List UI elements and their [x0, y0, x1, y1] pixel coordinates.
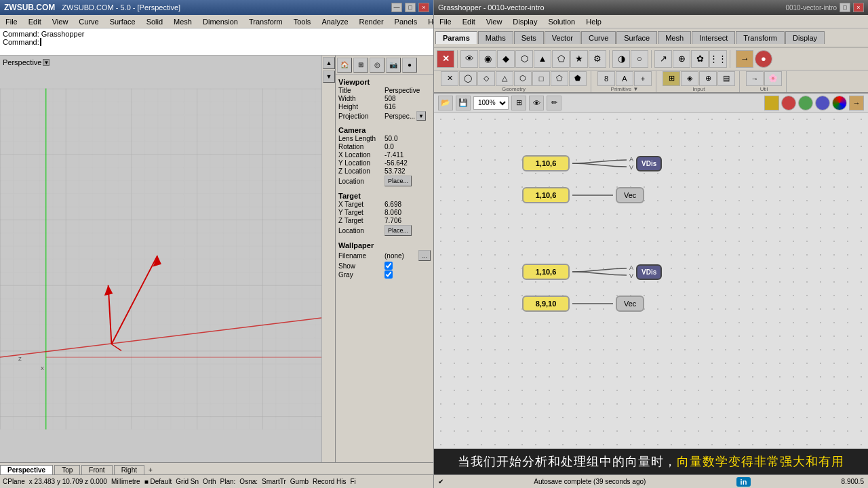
gh-action-fit-button[interactable]: ⊞: [511, 96, 526, 110]
gh-icon-circle[interactable]: ◉: [479, 50, 496, 68]
gh-action-pencil-button[interactable]: ✏: [547, 96, 561, 110]
gh-sub-icon-5[interactable]: ⬡: [514, 71, 532, 86]
rhino-close-button[interactable]: ×: [418, 3, 429, 12]
gh-vec-box-1[interactable]: Vec: [616, 187, 644, 203]
gh-menu-file[interactable]: File: [434, 16, 457, 27]
gh-sub-icon-i2[interactable]: ◈: [681, 71, 698, 86]
gh-tab-vector[interactable]: Vector: [545, 31, 580, 44]
gh-icon-sphere[interactable]: ◑: [612, 50, 630, 68]
gh-icon-pentagon[interactable]: ⬠: [552, 50, 570, 68]
rhino-viewport[interactable]: Perspective ▼: [0, 56, 321, 462]
gh-tab-curve[interactable]: Curve: [581, 31, 616, 44]
gh-sub-icon-i1[interactable]: ⊞: [663, 71, 680, 86]
gh-vec-box-2[interactable]: Vec: [616, 296, 644, 312]
gh-color-5[interactable]: [832, 96, 847, 110]
gh-color-1[interactable]: [764, 96, 779, 110]
vp-tab-perspective[interactable]: Perspective: [0, 465, 53, 474]
prop-target-place-button[interactable]: Place...: [384, 225, 412, 236]
gh-tab-maths[interactable]: Maths: [478, 31, 513, 44]
rhino-menu-solid[interactable]: Solid: [141, 16, 168, 27]
gh-menu-display[interactable]: Display: [507, 16, 542, 27]
gh-icon-dots[interactable]: ⋮⋮: [709, 50, 727, 68]
gh-icon-gear[interactable]: ⚙: [589, 50, 606, 68]
gh-sub-icon-3[interactable]: ◇: [477, 71, 495, 86]
rhino-menu-render[interactable]: Render: [354, 16, 389, 27]
vp-tab-top[interactable]: Top: [54, 465, 80, 474]
gh-icon-cursor[interactable]: ↗: [654, 50, 672, 68]
status-gumball[interactable]: Gumb: [290, 478, 309, 485]
gh-close-button[interactable]: ×: [853, 3, 864, 12]
gh-menu-help[interactable]: Help: [580, 16, 607, 27]
status-filter[interactable]: Fi: [351, 478, 356, 485]
gh-sub-icon-p2[interactable]: A: [616, 71, 633, 86]
gh-tab-mesh[interactable]: Mesh: [658, 31, 691, 44]
gh-node-input-3[interactable]: 1,10,6: [522, 264, 570, 280]
gh-icon-flower[interactable]: ✿: [691, 50, 709, 68]
gh-color-4[interactable]: [815, 96, 830, 110]
gh-vdis-1[interactable]: A V: [629, 156, 633, 171]
rhino-menu-edit[interactable]: Edit: [23, 16, 47, 27]
gh-icon-triangle[interactable]: ▲: [534, 50, 551, 68]
gh-action-save-button[interactable]: 💾: [456, 96, 471, 110]
gh-tab-intersect[interactable]: Intersect: [692, 31, 735, 44]
gh-sub-icon-7[interactable]: ⬠: [551, 71, 568, 86]
gh-tab-params[interactable]: Params: [435, 31, 477, 44]
gh-sub-icon-i4[interactable]: ▤: [717, 71, 735, 86]
gh-icon-arrow-right-1[interactable]: →: [736, 50, 753, 68]
prop-gray-checkbox[interactable]: [384, 270, 393, 279]
gh-action-open-button[interactable]: 📂: [438, 96, 453, 110]
gh-icon-circle2[interactable]: ○: [631, 50, 648, 68]
gh-sub-icon-6[interactable]: □: [532, 71, 550, 86]
rhino-command-input-row[interactable]: Command:: [3, 38, 431, 46]
rhino-menu-dimension[interactable]: Dimension: [197, 16, 243, 27]
prop-filename-browse-button[interactable]: ...: [418, 250, 431, 261]
rhino-minimize-button[interactable]: —: [391, 3, 402, 12]
gh-maximize-button[interactable]: □: [840, 3, 850, 12]
rhino-menu-curve[interactable]: Curve: [73, 16, 104, 27]
gh-tab-sets[interactable]: Sets: [514, 31, 544, 44]
gh-color-2[interactable]: [781, 96, 796, 110]
gh-canvas[interactable]: 1,10,6 A V VDis 1,10,6 Vec: [434, 113, 868, 449]
gh-color-3[interactable]: [798, 96, 813, 110]
rhino-menu-surface[interactable]: Surface: [104, 16, 141, 27]
status-osnap[interactable]: Osna:: [239, 478, 258, 485]
prop-projection-value[interactable]: Perspec... ▼: [384, 111, 431, 121]
prop-cam-place-button[interactable]: Place...: [384, 176, 412, 186]
gh-tab-display[interactable]: Display: [785, 31, 825, 44]
prop-tool-1[interactable]: 🏠: [337, 58, 352, 73]
rhino-menu-view[interactable]: View: [47, 16, 74, 27]
gh-icon-x[interactable]: ✕: [437, 50, 454, 68]
vp-tab-front[interactable]: Front: [81, 465, 112, 474]
gh-node-input-1[interactable]: 1,10,6: [522, 155, 570, 171]
gh-arrow-right-2[interactable]: →: [849, 96, 864, 110]
tool-btn-1[interactable]: ▲: [323, 57, 335, 69]
rhino-maximize-button[interactable]: □: [405, 3, 416, 12]
gh-node-input-4[interactable]: 8,9,10: [522, 296, 570, 312]
gh-sub-icon-8[interactable]: ⬟: [569, 71, 587, 86]
gh-sub-icon-p3[interactable]: +: [634, 71, 652, 86]
status-gridsnap[interactable]: Grid Sn: [176, 478, 199, 485]
gh-action-view-button[interactable]: 👁: [529, 96, 544, 110]
gh-tab-surface[interactable]: Surface: [616, 31, 657, 44]
gh-icon-red-circle[interactable]: ●: [755, 50, 772, 68]
gh-sub-icon-i3[interactable]: ⊕: [699, 71, 717, 86]
gh-icon-eye[interactable]: 👁: [460, 50, 478, 68]
rhino-menu-tools[interactable]: Tools: [288, 16, 317, 27]
gh-icon-star[interactable]: ★: [570, 50, 588, 68]
gh-sub-icon-1[interactable]: ✕: [441, 71, 458, 86]
projection-dropdown-arrow[interactable]: ▼: [416, 111, 426, 121]
rhino-menu-transform[interactable]: Transform: [243, 16, 288, 27]
rhino-menu-mesh[interactable]: Mesh: [168, 16, 197, 27]
rhino-menu-panels[interactable]: Panels: [389, 16, 423, 27]
gh-menu-view[interactable]: View: [481, 16, 508, 27]
vp-tab-add-button[interactable]: +: [146, 466, 155, 474]
status-smarttrack[interactable]: SmartTr: [262, 478, 286, 485]
gh-node-input-2[interactable]: 1,10,6: [522, 187, 570, 203]
rhino-menu-file[interactable]: File: [0, 16, 23, 27]
rhino-menu-analyze[interactable]: Analyze: [316, 16, 353, 27]
gh-menu-solution[interactable]: Solution: [542, 16, 580, 27]
gh-vdis-box-2[interactable]: VDis: [636, 264, 662, 280]
status-orth[interactable]: Orth: [203, 478, 216, 485]
gh-vdis-box-1[interactable]: VDis: [636, 156, 662, 171]
gh-sub-icon-p1[interactable]: 8: [597, 71, 615, 86]
